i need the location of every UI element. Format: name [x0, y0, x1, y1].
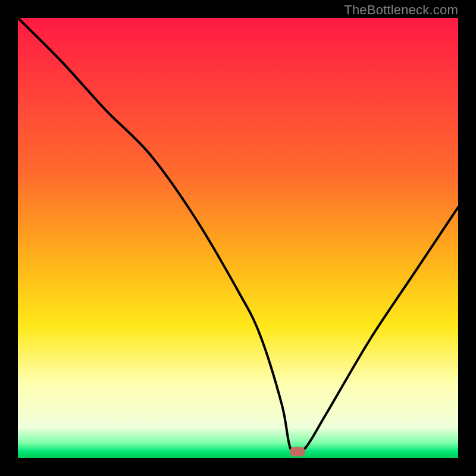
plot-area [18, 18, 458, 458]
watermark-text: TheBottleneck.com [344, 2, 458, 18]
chart-frame: TheBottleneck.com [0, 0, 476, 476]
heat-gradient-background [18, 18, 458, 458]
optimal-point-marker [290, 447, 305, 456]
